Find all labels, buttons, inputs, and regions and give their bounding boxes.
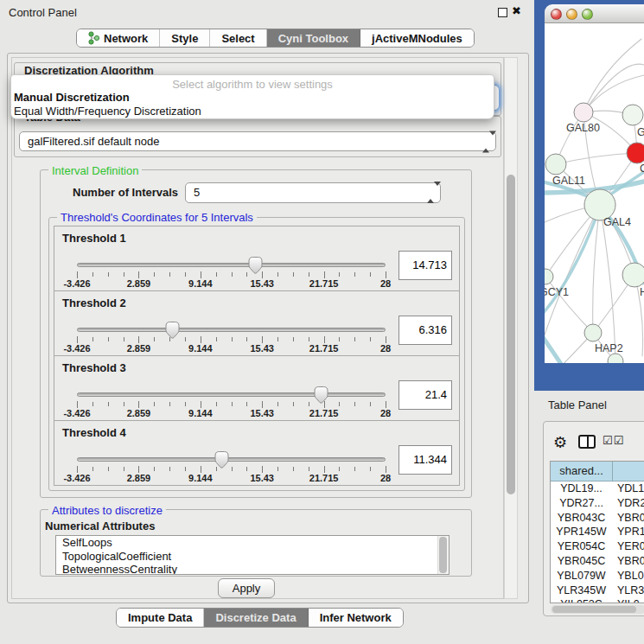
threshold-box-4: Threshold 4-3.4262.8599.14415.4321.71528…: [54, 420, 460, 486]
slider-tick: [277, 467, 278, 471]
dropdown-option-2[interactable]: Equal Width/Frequency Discretization: [11, 105, 494, 118]
slider-tick: [309, 337, 309, 341]
table-row[interactable]: YDL19...YDL1: [551, 482, 644, 494]
slider-thumb[interactable]: [164, 321, 181, 343]
gear-icon[interactable]: ⚙: [553, 433, 567, 451]
network-node-h[interactable]: [622, 263, 644, 287]
slider-tick: [154, 337, 155, 341]
network-node-gcy1[interactable]: [545, 269, 553, 284]
cell-name: YPR1: [612, 526, 644, 538]
slider-tick-label: -3.426: [63, 343, 90, 354]
slider-thumb[interactable]: [247, 256, 264, 278]
apply-button[interactable]: Apply: [218, 578, 275, 598]
node-attribute-table[interactable]: shared...naYDL19...YDL1YDR27...YDR2YBR04…: [550, 461, 644, 603]
cell-shared-name: YDL19...: [551, 482, 612, 494]
slider-thumb[interactable]: [313, 386, 329, 408]
slider-tick: [262, 401, 263, 408]
table-row[interactable]: YBL079WYBL0: [551, 570, 644, 582]
slider-tick: [293, 272, 294, 277]
network-node-gal11[interactable]: [545, 154, 566, 175]
slider-tick: [169, 272, 170, 277]
slider-track[interactable]: [77, 263, 386, 267]
table-row[interactable]: YER054CYER0: [551, 540, 644, 552]
table-row[interactable]: YPR145WYPR1: [551, 526, 644, 538]
cell-name: YBR0: [612, 512, 644, 524]
select-columns-checkboxes-icon[interactable]: ☑☑: [603, 434, 624, 447]
cell-name: YLR3: [612, 584, 644, 596]
column-layout-icon[interactable]: [578, 435, 596, 449]
table-row[interactable]: YBR045CYBR0: [551, 555, 644, 567]
slider-tick: [324, 466, 325, 473]
slider-tick: [169, 467, 170, 471]
tab-discretize-data[interactable]: Discretize Data: [204, 609, 308, 627]
tab-style[interactable]: Style: [160, 29, 210, 47]
slider-tick: [232, 467, 233, 471]
slider-tick: [370, 402, 371, 406]
network-node-label: C: [640, 163, 644, 175]
intervals-label: Number of Intervals: [73, 186, 178, 199]
threshold-value-field[interactable]: 14.713: [399, 251, 452, 280]
network-window-titlebar[interactable]: [545, 4, 644, 23]
table-horizontal-scrollbar-thumb[interactable]: [552, 606, 636, 613]
slider-track[interactable]: [77, 392, 386, 397]
attributes-list-scrollbar-thumb[interactable]: [439, 537, 447, 573]
dropdown-placeholder: Select algorithm to view settings: [11, 78, 494, 91]
threshold-label: Threshold 4: [62, 426, 126, 439]
table-row[interactable]: YIL052CYIL0: [551, 598, 640, 603]
slider-thumb[interactable]: [214, 450, 230, 473]
tab-select[interactable]: Select: [210, 29, 266, 47]
float-window-icon[interactable]: [498, 8, 507, 17]
network-node-label: GA: [637, 126, 644, 138]
column-header-name[interactable]: na: [613, 462, 644, 481]
table-data-combobox[interactable]: galFiltered.sif default node: [19, 131, 496, 151]
slider-track[interactable]: [77, 457, 386, 462]
slider-track[interactable]: [77, 328, 386, 332]
attribute-list-item[interactable]: BetweennessCentrality: [56, 563, 449, 575]
network-node-c[interactable]: [627, 143, 644, 163]
slider-tick: [77, 401, 78, 408]
slider-tick-label: 21.715: [309, 473, 339, 483]
minimize-traffic-light-icon[interactable]: [566, 9, 577, 20]
slider-tick: [92, 467, 93, 471]
dropdown-option-1[interactable]: Manual Discretization: [11, 91, 494, 105]
slider-tick-label: 15.43: [250, 278, 274, 289]
slider-tick: [77, 271, 78, 278]
slider-tick: [108, 467, 109, 471]
slider-tick: [124, 402, 124, 406]
numerical-attributes-list[interactable]: SelfLoopsTopologicalCoefficientBetweenne…: [55, 535, 450, 575]
tab-impute-data[interactable]: Impute Data: [117, 609, 204, 627]
tab-infer-network[interactable]: Infer Network: [309, 609, 403, 627]
slider-tick: [201, 466, 201, 473]
vertical-scrollbar-thumb[interactable]: [507, 175, 515, 494]
network-canvas[interactable]: GAL80GACGAL11GAL4GCY1HHAP2: [545, 23, 644, 363]
slider-tick: [354, 272, 355, 277]
network-node-gal80[interactable]: [574, 103, 593, 122]
slider-tick: [324, 336, 325, 343]
network-node-ga[interactable]: [622, 105, 643, 125]
close-traffic-light-icon[interactable]: [551, 9, 562, 20]
threshold-value-field[interactable]: 6.316: [399, 316, 452, 345]
intervals-combobox[interactable]: 5: [185, 182, 441, 203]
tab-network[interactable]: Network: [77, 29, 160, 47]
table-row[interactable]: YLR345WYLR3: [551, 584, 644, 596]
zoom-traffic-light-icon[interactable]: [582, 9, 593, 20]
table-row[interactable]: YDR27...YDR2: [551, 497, 644, 509]
table-row[interactable]: YBR043CYBR0: [551, 512, 644, 524]
close-icon[interactable]: ✖: [512, 4, 521, 17]
tab-jactivemnodules[interactable]: jActiveMNodules: [360, 29, 474, 47]
slider-tick: [386, 401, 386, 408]
tab-label: Cyni Toolbox: [278, 32, 348, 45]
attribute-list-item[interactable]: TopologicalCoefficient: [56, 550, 449, 564]
network-node-label: GAL11: [552, 175, 585, 187]
column-header-shared-name[interactable]: shared...: [551, 462, 613, 481]
tab-label: Style: [171, 32, 198, 45]
slider-tick: [138, 401, 139, 408]
threshold-value-field[interactable]: 11.344: [399, 445, 452, 475]
column-divider: [587, 437, 589, 447]
slider-tick: [185, 272, 186, 277]
tab-cyni-toolbox[interactable]: Cyni Toolbox: [267, 29, 360, 47]
attribute-list-item[interactable]: SelfLoops: [56, 536, 449, 550]
slider-tick-label: 21.715: [309, 408, 339, 418]
threshold-value-field[interactable]: 21.4: [399, 380, 452, 410]
network-node-hap2[interactable]: [584, 324, 602, 341]
